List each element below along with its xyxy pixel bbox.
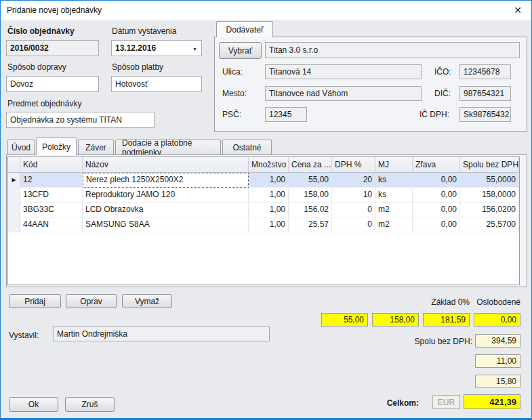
window-title: Pridanie novej objednávky bbox=[7, 5, 102, 15]
cell-mnozstvo[interactable]: 1,00 bbox=[249, 173, 289, 188]
col-mnozstvo[interactable]: Množstvo bbox=[249, 157, 289, 173]
cell-mj[interactable]: ks bbox=[375, 173, 413, 188]
subtotal-label: Spolu bez DPH: bbox=[384, 337, 472, 346]
transport-label: Spôsob dopravy bbox=[7, 62, 66, 72]
order-number-field[interactable]: 2016/0032 bbox=[6, 40, 99, 56]
cell-kod[interactable]: 12 bbox=[20, 173, 83, 188]
currency-field: EUR bbox=[432, 395, 460, 409]
street-field[interactable]: Titanová 14 bbox=[265, 64, 422, 79]
subtotal-field: 394,59 bbox=[475, 334, 520, 348]
col-kod[interactable]: Kód bbox=[20, 157, 83, 173]
transport-field[interactable]: Dovoz bbox=[6, 76, 99, 92]
cell-cena[interactable]: 55,00 bbox=[289, 173, 332, 188]
close-icon[interactable]: ✕ bbox=[512, 4, 524, 16]
cell-kod[interactable]: 44AAN bbox=[20, 217, 83, 232]
cell-zlava[interactable]: 0,00 bbox=[413, 203, 460, 217]
window-border bbox=[1, 418, 531, 419]
col-spolu[interactable]: Spolu bez DPH bbox=[460, 157, 519, 173]
base-20-field: 55,00 bbox=[321, 313, 368, 327]
issued-by-label: Vystavil: bbox=[9, 331, 39, 340]
cell-spolu[interactable]: 156,0200 bbox=[460, 203, 519, 217]
cell-mnozstvo[interactable]: 1,00 bbox=[249, 188, 289, 203]
table-row[interactable]: ▶ 12 Nerez plech 1250X2500X2 1,00 55,00 … bbox=[8, 173, 519, 188]
cell-cena[interactable]: 158,00 bbox=[289, 188, 332, 203]
issued-by-field[interactable]: Martin Ondrejmiška bbox=[53, 327, 270, 341]
table-row[interactable]: 3BG33C LCD Obrazovka 1,00 156,02 0 m2 0,… bbox=[8, 203, 519, 217]
payment-label: Spôsob platby bbox=[112, 62, 163, 72]
cell-nazov[interactable]: Nerez plech 1250X2500X2 bbox=[83, 173, 249, 188]
zip-field[interactable]: 12345 bbox=[265, 107, 307, 122]
cell-nazov[interactable]: LCD Obrazovka bbox=[83, 203, 249, 217]
vat-amount-1-field: 11,00 bbox=[475, 354, 520, 368]
cell-spolu[interactable]: 158,0000 bbox=[460, 188, 519, 203]
col-dph[interactable]: DPH % bbox=[332, 157, 375, 173]
exempt-label: Oslobodené bbox=[474, 297, 520, 307]
total-label: Celkom: bbox=[351, 398, 419, 408]
dialog-add-order: Pridanie novej objednávky ✕ Číslo objedn… bbox=[0, 0, 532, 420]
cell-zlava[interactable]: 0,00 bbox=[413, 217, 460, 232]
cell-mj[interactable]: m2 bbox=[375, 217, 413, 232]
cell-mj[interactable]: ks bbox=[375, 188, 413, 203]
issue-date-value: 13.12.2016 bbox=[115, 43, 156, 53]
cell-dph[interactable]: 20 bbox=[332, 173, 375, 188]
city-field[interactable]: Titanovce nad Váhom bbox=[265, 86, 422, 101]
tab-dodacie-podmienky[interactable]: Dodacie a platobné podmienky bbox=[115, 140, 221, 155]
cancel-button[interactable]: Zruš bbox=[65, 397, 115, 412]
tab-zaver[interactable]: Záver bbox=[78, 140, 114, 155]
tab-polozky[interactable]: Položky bbox=[36, 138, 77, 155]
cell-mnozstvo[interactable]: 1,00 bbox=[249, 203, 289, 217]
cell-dph[interactable]: 0 bbox=[332, 217, 375, 232]
cell-spolu[interactable]: 55,0000 bbox=[460, 173, 519, 188]
payment-field[interactable]: Hotovosť bbox=[111, 76, 202, 92]
base-0-label: Základ 0% bbox=[423, 297, 470, 307]
edit-item-button[interactable]: Oprav bbox=[66, 294, 117, 308]
cell-dph[interactable]: 10 bbox=[332, 188, 375, 203]
cell-mj[interactable]: m2 bbox=[375, 203, 413, 217]
row-selector bbox=[8, 217, 20, 232]
ico-field[interactable]: 12345678 bbox=[459, 64, 511, 79]
row-selector bbox=[8, 188, 20, 203]
cell-kod[interactable]: 13CFD bbox=[20, 188, 83, 203]
col-mj[interactable]: MJ bbox=[375, 157, 413, 173]
add-item-button[interactable]: Pridaj bbox=[9, 294, 61, 308]
chevron-down-icon[interactable]: ▼ bbox=[192, 47, 197, 51]
cell-zlava[interactable]: 0,00 bbox=[413, 173, 460, 188]
col-cena[interactable]: Cena za ... bbox=[289, 157, 332, 173]
table-row[interactable]: 44AAN SAMSUNG S8AA 1,00 25,57 0 m2 0,00 … bbox=[8, 217, 519, 232]
vat-amount-2-field: 15,80 bbox=[475, 375, 520, 388]
dic-label: DIČ: bbox=[434, 89, 451, 98]
select-supplier-button[interactable]: Vybrať bbox=[219, 42, 262, 59]
cell-dph[interactable]: 0 bbox=[332, 203, 375, 217]
cell-spolu[interactable]: 25,5700 bbox=[460, 217, 519, 232]
total-field: 421,39 bbox=[464, 394, 520, 409]
cell-cena[interactable]: 156,02 bbox=[289, 203, 332, 217]
cell-kod[interactable]: 3BG33C bbox=[20, 203, 83, 217]
col-nazov[interactable]: Názov bbox=[83, 157, 249, 173]
zip-label: PSČ: bbox=[222, 110, 241, 119]
cell-cena[interactable]: 25,57 bbox=[289, 217, 332, 232]
base-10-field: 158,00 bbox=[372, 313, 419, 327]
base-0-field: 181,59 bbox=[423, 313, 470, 327]
cell-zlava[interactable]: 0,00 bbox=[413, 188, 460, 203]
icdph-field[interactable]: Sk98765432 bbox=[459, 107, 511, 122]
dic-field[interactable]: 987654321 bbox=[459, 86, 511, 101]
order-number-label: Číslo objednávky bbox=[7, 26, 75, 36]
tab-uvod[interactable]: Úvod bbox=[7, 140, 35, 155]
issue-date-combobox[interactable]: 13.12.2016 ▼ bbox=[111, 40, 202, 56]
cell-mnozstvo[interactable]: 1,00 bbox=[249, 217, 289, 232]
ok-button[interactable]: Ok bbox=[9, 397, 58, 412]
table-row[interactable]: 13CFD Reproduktory JAMO 120 1,00 158,00 … bbox=[8, 188, 519, 203]
tab-ostatne[interactable]: Ostatné bbox=[222, 140, 272, 155]
cell-nazov[interactable]: Reproduktory JAMO 120 bbox=[83, 188, 249, 203]
col-zlava[interactable]: Zľava bbox=[413, 157, 460, 173]
currency-code: EUR bbox=[438, 398, 455, 407]
ico-label: IČO: bbox=[434, 67, 451, 77]
subject-field[interactable]: Objednávka zo systému TITAN bbox=[6, 112, 155, 128]
tab-dodavatel[interactable]: Dodávateľ bbox=[216, 21, 273, 37]
delete-item-button[interactable]: Vymaž bbox=[122, 294, 172, 308]
icdph-label: IČ DPH: bbox=[420, 110, 449, 119]
city-label: Mesto: bbox=[222, 89, 247, 98]
supplier-name-field[interactable]: Titan 3.0 s.r.o bbox=[265, 42, 520, 58]
exempt-field: 0,00 bbox=[474, 313, 520, 327]
cell-nazov[interactable]: SAMSUNG S8AA bbox=[83, 217, 249, 232]
